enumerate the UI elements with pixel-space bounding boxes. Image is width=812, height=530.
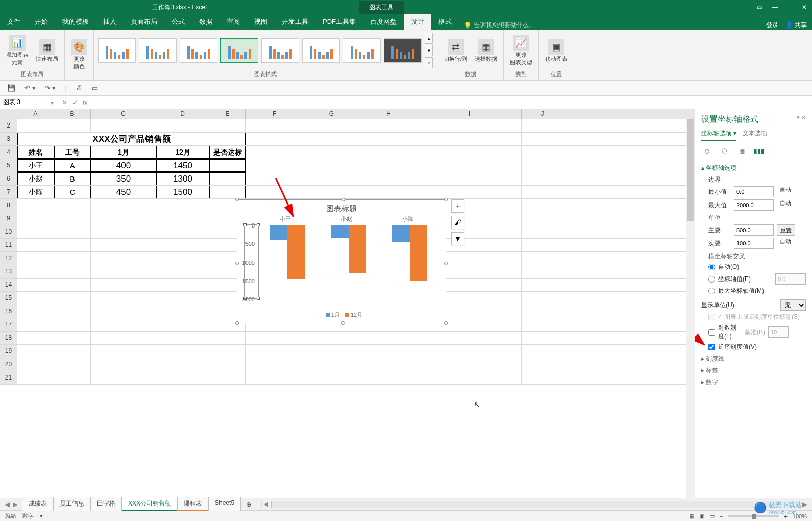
tab-dev[interactable]: 开发工具: [275, 14, 315, 30]
cell[interactable]: [17, 305, 54, 318]
cell[interactable]: [360, 345, 417, 358]
quick-layout-button[interactable]: ▦ 快速布局: [34, 38, 60, 64]
close-icon[interactable]: ✕: [802, 4, 807, 11]
cell[interactable]: 12月: [156, 146, 209, 159]
cell[interactable]: [91, 279, 156, 291]
cell[interactable]: [91, 358, 156, 371]
fill-line-icon[interactable]: ◇: [701, 145, 712, 157]
cell[interactable]: [417, 146, 522, 159]
cell[interactable]: [156, 371, 209, 384]
cell[interactable]: [91, 252, 156, 265]
cell[interactable]: [54, 318, 91, 331]
add-chart-element-button[interactable]: 📊 添加图表 元素: [4, 34, 31, 67]
cross-value-input[interactable]: [775, 273, 806, 285]
chart-bar[interactable]: [410, 225, 427, 281]
sheet-tab[interactable]: 员工信息: [54, 497, 91, 511]
cell[interactable]: [156, 305, 209, 318]
pane-menu-icon[interactable]: ▾ ✕: [797, 114, 806, 125]
cell[interactable]: [209, 345, 246, 358]
cell[interactable]: [522, 146, 563, 159]
cell[interactable]: [156, 265, 209, 278]
cell[interactable]: [156, 199, 209, 212]
row-header[interactable]: 21: [0, 371, 17, 384]
share-button[interactable]: 👤 共享: [785, 21, 807, 30]
cell[interactable]: 1月: [91, 146, 156, 159]
preview-icon[interactable]: ▭: [92, 84, 98, 92]
row-header[interactable]: 4: [0, 146, 17, 159]
axis-options-icon[interactable]: ▮▮▮: [753, 145, 765, 157]
cell[interactable]: [522, 305, 563, 318]
reverse-values-checkbox[interactable]: [708, 344, 715, 350]
status-menu-icon[interactable]: ▾: [40, 513, 43, 519]
row-header[interactable]: 10: [0, 225, 17, 238]
cell[interactable]: [417, 332, 522, 344]
sheet-tab[interactable]: Sheet5: [209, 497, 241, 511]
accept-formula-icon[interactable]: ✓: [72, 99, 78, 106]
cell[interactable]: [303, 332, 360, 344]
scrollbar-thumb[interactable]: [687, 119, 694, 221]
tell-me-search[interactable]: 💡 告诉我您想要做什么...: [464, 21, 534, 30]
cell[interactable]: [522, 332, 563, 344]
cell[interactable]: [303, 119, 360, 132]
print-icon[interactable]: 🖶: [76, 84, 83, 92]
vertical-scrollbar[interactable]: [686, 119, 695, 498]
sheet-tab[interactable]: XXX公司销售额: [122, 497, 178, 511]
chart-filter-button[interactable]: ▼: [451, 232, 464, 245]
gallery-scroll-button[interactable]: ▾: [425, 45, 433, 56]
cell[interactable]: [360, 159, 417, 172]
cell[interactable]: [17, 212, 54, 225]
cross-auto-radio[interactable]: [708, 264, 715, 270]
cell[interactable]: [303, 159, 360, 172]
cell[interactable]: 小王: [17, 159, 54, 172]
row-header[interactable]: 11: [0, 239, 17, 251]
tab-file[interactable]: 文件: [0, 14, 28, 30]
cell[interactable]: [156, 318, 209, 331]
cell[interactable]: [91, 371, 156, 384]
cell[interactable]: [54, 119, 91, 132]
cell[interactable]: 是否达标: [209, 146, 246, 159]
view-page-icon[interactable]: ▣: [699, 513, 704, 519]
cell[interactable]: [303, 133, 360, 145]
cell[interactable]: [417, 358, 522, 371]
cell[interactable]: [360, 371, 417, 384]
log-scale-checkbox[interactable]: [708, 329, 715, 336]
tab-formulas[interactable]: 公式: [164, 14, 192, 30]
cell[interactable]: [54, 292, 91, 305]
cell[interactable]: [209, 159, 246, 172]
cell[interactable]: [91, 212, 156, 225]
cell[interactable]: [522, 186, 563, 198]
ribbon-display-icon[interactable]: ▭: [757, 4, 762, 11]
cell[interactable]: [522, 225, 563, 238]
cell[interactable]: [156, 279, 209, 291]
cell[interactable]: [156, 119, 209, 132]
cell[interactable]: [209, 186, 246, 198]
redo-icon[interactable]: ↷ ▾: [45, 84, 56, 92]
cell[interactable]: [91, 332, 156, 344]
row-header[interactable]: 14: [0, 279, 17, 291]
cell[interactable]: [246, 332, 303, 344]
cell[interactable]: [522, 239, 563, 251]
min-input[interactable]: [734, 186, 774, 197]
undo-icon[interactable]: ↶ ▾: [24, 84, 36, 92]
chart-style-thumb[interactable]: [180, 38, 217, 63]
cell[interactable]: [54, 252, 91, 265]
cell[interactable]: [17, 332, 54, 344]
cell[interactable]: [17, 358, 54, 371]
cell[interactable]: [522, 252, 563, 265]
major-unit-input[interactable]: [734, 224, 774, 236]
select-all-corner[interactable]: [0, 109, 17, 119]
cell[interactable]: [360, 332, 417, 344]
tab-pdf[interactable]: PDF工具集: [315, 14, 363, 30]
row-header[interactable]: 19: [0, 345, 17, 358]
cell[interactable]: [360, 186, 417, 198]
col-header[interactable]: D: [156, 109, 209, 119]
min-auto-button[interactable]: 自动: [777, 186, 794, 197]
minimize-icon[interactable]: —: [772, 4, 778, 11]
cell[interactable]: [303, 345, 360, 358]
tab-format[interactable]: 格式: [431, 14, 459, 30]
cell[interactable]: [303, 172, 360, 185]
minor-unit-input[interactable]: [734, 238, 774, 249]
cell[interactable]: [156, 292, 209, 305]
cross-max-radio[interactable]: [708, 288, 715, 294]
cell[interactable]: 小陈: [17, 186, 54, 198]
